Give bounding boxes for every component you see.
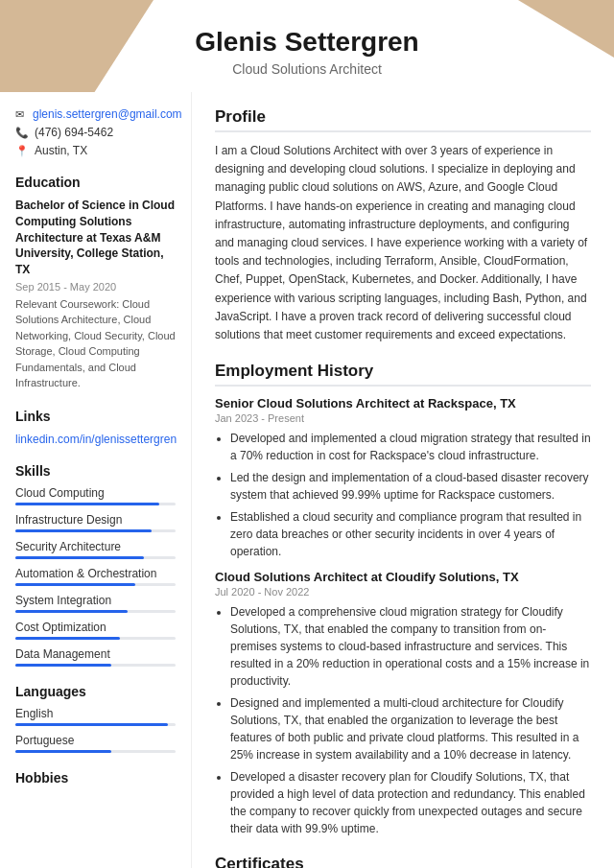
employment-section-title: Employment History xyxy=(215,362,591,387)
education-section: Education Bachelor of Science in Cloud C… xyxy=(15,175,176,391)
job-bullet: Developed and implemented a cloud migrat… xyxy=(230,430,591,464)
job-date: Jan 2023 - Present xyxy=(215,412,591,424)
email-item: ✉ glenis.settergren@gmail.com xyxy=(15,107,176,121)
header-title: Cloud Solutions Architect xyxy=(19,61,595,77)
sidebar: ✉ glenis.settergren@gmail.com 📞 (476) 69… xyxy=(0,92,192,868)
skill-bar-fill xyxy=(15,583,135,586)
skill-name: Automation & Orchestration xyxy=(15,567,176,580)
skill-name: Security Architecture xyxy=(15,540,176,553)
education-section-title: Education xyxy=(15,175,176,190)
job-bullets: Developed a comprehensive cloud migratio… xyxy=(215,603,591,837)
phone-item: 📞 (476) 694-5462 xyxy=(15,126,176,139)
job-bullet: Designed and implemented a multi-cloud a… xyxy=(230,694,591,763)
skill-name: Data Management xyxy=(15,647,176,661)
skill-name: Cloud Computing xyxy=(15,486,176,500)
skill-bar-bg xyxy=(15,583,176,586)
hobbies-section-title: Hobbies xyxy=(15,770,176,786)
location-item: 📍 Austin, TX xyxy=(15,144,176,157)
language-name: English xyxy=(15,707,176,720)
skill-item: System Integration xyxy=(15,594,176,613)
job-entry: Senior Cloud Solutions Architect at Rack… xyxy=(215,396,591,560)
links-section: Links linkedin.com/in/glenissettergren xyxy=(15,409,176,446)
skills-section: Skills Cloud Computing Infrastructure De… xyxy=(15,463,176,667)
skill-bar-bg xyxy=(15,529,176,532)
skill-bar-fill xyxy=(15,503,159,505)
education-date: Sep 2015 - May 2020 xyxy=(15,281,176,293)
job-title: Cloud Solutions Architect at Cloudify So… xyxy=(215,570,591,584)
languages-section-title: Languages xyxy=(15,684,176,699)
language-bar-fill xyxy=(15,723,168,726)
skill-bar-bg xyxy=(15,503,176,505)
job-bullet: Developed a disaster recovery plan for C… xyxy=(230,768,591,837)
language-bar-bg xyxy=(15,723,176,726)
header: Glenis Settergren Cloud Solutions Archit… xyxy=(0,0,614,92)
email-link[interactable]: glenis.settergren@gmail.com xyxy=(33,107,182,121)
email-icon: ✉ xyxy=(15,108,27,121)
skill-bar-fill xyxy=(15,610,128,613)
job-bullets: Developed and implemented a cloud migrat… xyxy=(215,430,591,560)
job-title: Senior Cloud Solutions Architect at Rack… xyxy=(215,396,591,411)
skill-bar-bg xyxy=(15,637,176,640)
skill-bar-fill xyxy=(15,664,111,667)
skill-name: Cost Optimization xyxy=(15,621,176,634)
language-item: Portuguese xyxy=(15,734,176,753)
skills-section-title: Skills xyxy=(15,463,176,479)
links-section-title: Links xyxy=(15,409,176,424)
skill-item: Infrastructure Design xyxy=(15,513,176,532)
language-item: English xyxy=(15,707,176,726)
job-bullet: Developed a comprehensive cloud migratio… xyxy=(230,603,591,690)
job-date: Jul 2020 - Nov 2022 xyxy=(215,586,591,598)
skill-item: Automation & Orchestration xyxy=(15,567,176,586)
jobs-list: Senior Cloud Solutions Architect at Rack… xyxy=(215,396,591,837)
phone-text: (476) 694-5462 xyxy=(35,126,113,139)
skill-item: Cloud Computing xyxy=(15,486,176,505)
language-name: Portuguese xyxy=(15,734,176,747)
skill-item: Data Management xyxy=(15,647,176,667)
profile-section: Profile I am a Cloud Solutions Architect… xyxy=(215,107,591,344)
phone-icon: 📞 xyxy=(15,127,29,139)
job-bullet: Established a cloud security and complia… xyxy=(230,508,591,560)
languages-section: Languages English Portuguese xyxy=(15,684,176,753)
certificates-section: Certificates AWS Certified Solutions Arc… xyxy=(215,855,591,868)
skills-list: Cloud Computing Infrastructure Design Se… xyxy=(15,486,176,667)
languages-list: English Portuguese xyxy=(15,707,176,753)
skill-item: Cost Optimization xyxy=(15,621,176,640)
language-bar-fill xyxy=(15,750,111,753)
skill-bar-bg xyxy=(15,664,176,667)
skill-bar-fill xyxy=(15,637,120,640)
skill-name: Infrastructure Design xyxy=(15,513,176,527)
linkedin-link[interactable]: linkedin.com/in/glenissettergren xyxy=(15,433,177,446)
skill-name: System Integration xyxy=(15,594,176,607)
location-text: Austin, TX xyxy=(35,144,87,157)
skill-bar-bg xyxy=(15,556,176,559)
main-content: Profile I am a Cloud Solutions Architect… xyxy=(192,92,614,868)
education-coursework: Relevant Coursework: Cloud Solutions Arc… xyxy=(15,296,176,391)
job-entry: Cloud Solutions Architect at Cloudify So… xyxy=(215,570,591,837)
skill-item: Security Architecture xyxy=(15,540,176,559)
education-degree: Bachelor of Science in Cloud Computing S… xyxy=(15,198,176,278)
profile-section-title: Profile xyxy=(215,107,591,132)
skill-bar-fill xyxy=(15,556,144,559)
header-name: Glenis Settergren xyxy=(19,27,595,58)
hobbies-section: Hobbies xyxy=(15,770,176,786)
employment-section: Employment History Senior Cloud Solution… xyxy=(215,362,591,837)
language-bar-bg xyxy=(15,750,176,753)
profile-text: I am a Cloud Solutions Architect with ov… xyxy=(215,142,591,344)
certificates-section-title: Certificates xyxy=(215,855,591,868)
skill-bar-bg xyxy=(15,610,176,613)
job-bullet: Led the design and implementation of a c… xyxy=(230,469,591,504)
skill-bar-fill xyxy=(15,529,152,532)
main-layout: ✉ glenis.settergren@gmail.com 📞 (476) 69… xyxy=(0,92,614,868)
contact-section: ✉ glenis.settergren@gmail.com 📞 (476) 69… xyxy=(15,107,176,157)
location-icon: 📍 xyxy=(15,145,29,157)
